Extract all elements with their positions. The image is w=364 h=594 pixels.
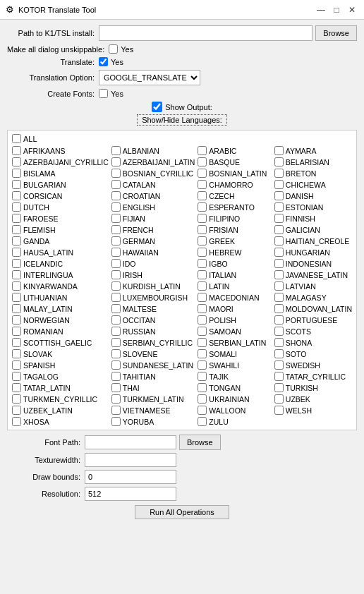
lang-checkbox-albanian[interactable] bbox=[111, 146, 121, 155]
run-all-operations-button[interactable]: Run All Operations bbox=[135, 505, 229, 519]
lang-checkbox-chichewa[interactable] bbox=[274, 180, 284, 189]
lang-checkbox-vietnamese[interactable] bbox=[111, 406, 121, 415]
lang-checkbox-turkish[interactable] bbox=[274, 383, 284, 392]
lang-checkbox-turkmen_latin[interactable] bbox=[111, 394, 121, 404]
lang-checkbox-javanese_latin[interactable] bbox=[274, 270, 284, 279]
lang-checkbox-bosnian_cyrillic[interactable] bbox=[111, 169, 121, 178]
lang-checkbox-swahili[interactable] bbox=[198, 360, 207, 370]
lang-checkbox-hungarian[interactable] bbox=[274, 248, 284, 257]
lang-checkbox-serbian_cyrillic[interactable] bbox=[111, 338, 121, 347]
lang-checkbox-afrikaans[interactable] bbox=[12, 146, 21, 155]
create-fonts-checkbox[interactable] bbox=[99, 89, 108, 98]
resolution-input[interactable] bbox=[85, 487, 176, 501]
lang-checkbox-slovene[interactable] bbox=[111, 349, 121, 358]
lang-checkbox-portuguese[interactable] bbox=[274, 315, 284, 325]
lang-checkbox-filipino[interactable] bbox=[198, 214, 207, 223]
make-all-dialog-checkbox[interactable] bbox=[109, 44, 118, 54]
lang-checkbox-belarisian[interactable] bbox=[274, 157, 284, 166]
show-hide-languages-button[interactable]: Show/Hide Languages: bbox=[137, 114, 227, 126]
lang-checkbox-zulu[interactable] bbox=[198, 417, 207, 426]
lang-checkbox-english[interactable] bbox=[111, 202, 121, 212]
lang-checkbox-galician[interactable] bbox=[274, 225, 284, 234]
lang-checkbox-turkmen_cyrillic[interactable] bbox=[12, 394, 21, 404]
lang-checkbox-flemish[interactable] bbox=[12, 225, 21, 234]
lang-checkbox-german[interactable] bbox=[111, 236, 121, 246]
lang-checkbox-latin[interactable] bbox=[198, 281, 207, 291]
lang-checkbox-ganda[interactable] bbox=[12, 236, 21, 246]
lang-checkbox-indonesian[interactable] bbox=[274, 259, 284, 268]
lang-checkbox-xhosa[interactable] bbox=[12, 417, 21, 426]
lang-checkbox-scots[interactable] bbox=[274, 327, 284, 336]
lang-checkbox-irish[interactable] bbox=[111, 270, 121, 279]
lang-checkbox-bosnian_latin[interactable] bbox=[198, 169, 207, 178]
lang-checkbox-lithuanian[interactable] bbox=[12, 293, 21, 302]
lang-checkbox-greek[interactable] bbox=[198, 236, 207, 246]
lang-checkbox-estonian[interactable] bbox=[274, 202, 284, 212]
lang-checkbox-slovak[interactable] bbox=[12, 349, 21, 358]
lang-checkbox-macedonian[interactable] bbox=[198, 293, 207, 302]
lang-checkbox-finnish[interactable] bbox=[274, 214, 284, 223]
lang-checkbox-tatar_cyrillic[interactable] bbox=[274, 372, 284, 381]
lang-checkbox-yoruba[interactable] bbox=[111, 417, 121, 426]
lang-checkbox-corsican[interactable] bbox=[12, 191, 21, 200]
lang-checkbox-samoan[interactable] bbox=[198, 327, 207, 336]
lang-checkbox-romanian[interactable] bbox=[12, 327, 21, 336]
path-input[interactable] bbox=[99, 25, 313, 41]
lang-checkbox-kinyarwanda[interactable] bbox=[12, 281, 21, 291]
lang-checkbox-tajik[interactable] bbox=[198, 372, 207, 381]
lang-checkbox-serbian_latin[interactable] bbox=[198, 338, 207, 347]
lang-checkbox-scottish_gaelic[interactable] bbox=[12, 338, 21, 347]
lang-checkbox-croatian[interactable] bbox=[111, 191, 121, 200]
lang-checkbox-malay_latin[interactable] bbox=[12, 304, 21, 313]
lang-checkbox-uzbek_latin[interactable] bbox=[12, 406, 21, 415]
lang-checkbox-tahitian[interactable] bbox=[111, 372, 121, 381]
lang-checkbox-sundanese_latin[interactable] bbox=[111, 360, 121, 370]
lang-checkbox-thai[interactable] bbox=[111, 383, 121, 392]
translate-checkbox[interactable] bbox=[99, 57, 108, 66]
draw-bounds-input[interactable] bbox=[85, 470, 176, 484]
lang-checkbox-azerbaijani_cyrillic[interactable] bbox=[12, 157, 21, 166]
lang-checkbox-walloon[interactable] bbox=[198, 406, 207, 415]
lang-checkbox-russian[interactable] bbox=[111, 327, 121, 336]
lang-checkbox-interlingua[interactable] bbox=[12, 270, 21, 279]
lang-checkbox-igbo[interactable] bbox=[198, 259, 207, 268]
lang-checkbox-occitan[interactable] bbox=[111, 315, 121, 325]
lang-checkbox-tagalog[interactable] bbox=[12, 372, 21, 381]
lang-checkbox-frisian[interactable] bbox=[198, 225, 207, 234]
browse-install-button[interactable]: Browse bbox=[315, 25, 357, 41]
lang-checkbox-aymara[interactable] bbox=[274, 146, 284, 155]
lang-checkbox-dutch[interactable] bbox=[12, 202, 21, 212]
lang-checkbox-latvian[interactable] bbox=[274, 281, 284, 291]
lang-checkbox-soto[interactable] bbox=[274, 349, 284, 358]
lang-checkbox-malagasy[interactable] bbox=[274, 293, 284, 302]
lang-checkbox-basque[interactable] bbox=[198, 157, 207, 166]
lang-checkbox-luxembourgish[interactable] bbox=[111, 293, 121, 302]
font-path-input[interactable] bbox=[85, 435, 176, 449]
close-button[interactable]: ✕ bbox=[346, 4, 358, 16]
lang-checkbox-chamorro[interactable] bbox=[198, 180, 207, 189]
lang-checkbox-fijian[interactable] bbox=[111, 214, 121, 223]
lang-checkbox-spanish[interactable] bbox=[12, 360, 21, 370]
lang-checkbox-shona[interactable] bbox=[274, 338, 284, 347]
lang-checkbox-french[interactable] bbox=[111, 225, 121, 234]
lang-checkbox-somali[interactable] bbox=[198, 349, 207, 358]
show-output-checkbox[interactable] bbox=[152, 102, 162, 112]
maximize-button[interactable]: □ bbox=[330, 4, 343, 16]
lang-checkbox-arabic[interactable] bbox=[198, 146, 207, 155]
lang-checkbox-azerbaijani_latin[interactable] bbox=[111, 157, 121, 166]
lang-checkbox-ido[interactable] bbox=[111, 259, 121, 268]
lang-checkbox-all[interactable] bbox=[12, 134, 21, 143]
lang-checkbox-kurdish_latin[interactable] bbox=[111, 281, 121, 291]
lang-checkbox-faroese[interactable] bbox=[12, 214, 21, 223]
lang-checkbox-uzbek[interactable] bbox=[274, 394, 284, 404]
texturewidth-input[interactable] bbox=[85, 453, 176, 467]
lang-checkbox-welsh[interactable] bbox=[274, 406, 284, 415]
lang-checkbox-swedish[interactable] bbox=[274, 360, 284, 370]
minimize-button[interactable]: — bbox=[315, 4, 327, 16]
lang-checkbox-tatar_latin[interactable] bbox=[12, 383, 21, 392]
lang-checkbox-danish[interactable] bbox=[274, 191, 284, 200]
lang-checkbox-czech[interactable] bbox=[198, 191, 207, 200]
lang-checkbox-hebrew[interactable] bbox=[198, 248, 207, 257]
lang-checkbox-breton[interactable] bbox=[274, 169, 284, 178]
lang-checkbox-haitian_creole[interactable] bbox=[274, 236, 284, 246]
